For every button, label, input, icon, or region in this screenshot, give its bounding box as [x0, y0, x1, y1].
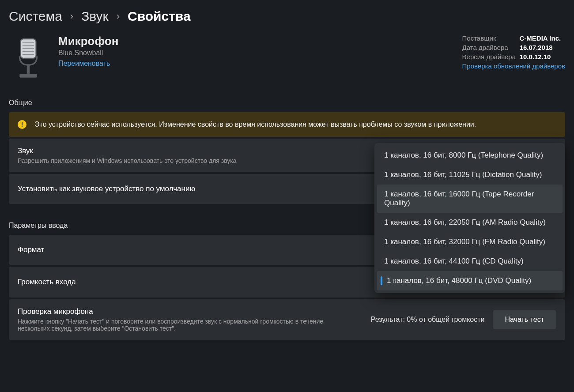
warning-text: Это устройство сейчас используется. Изме…: [34, 121, 476, 128]
mic-test-result: Результат: 0% от общей громкости: [371, 316, 485, 324]
breadcrumb-properties: Свойства: [128, 9, 191, 24]
driver-version-label: Версия драйвера: [462, 53, 520, 60]
warning-banner: ! Это устройство сейчас используется. Из…: [9, 112, 565, 137]
driver-provider-label: Поставщик: [462, 34, 520, 42]
device-subtitle: Blue Snowball: [58, 49, 118, 57]
svg-rect-6: [27, 65, 30, 74]
sound-card-title: Звук: [18, 147, 237, 155]
device-icon: [9, 34, 48, 83]
input-volume-title: Громкость входа: [18, 278, 76, 286]
format-option[interactable]: 1 каналов, 16 бит, 32000 Гц (FM Radio Qu…: [377, 232, 563, 252]
breadcrumb: Система › Звук › Свойства: [9, 9, 565, 24]
sound-card-desc: Разрешить приложениям и Windows использо…: [18, 157, 237, 164]
format-dropdown[interactable]: 1 каналов, 16 бит, 8000 Гц (Telephone Qu…: [374, 143, 565, 293]
driver-version-value: 10.0.12.10: [520, 53, 551, 60]
svg-rect-7: [19, 74, 37, 78]
breadcrumb-sound[interactable]: Звук: [81, 9, 109, 24]
rename-link[interactable]: Переименовать: [58, 60, 118, 68]
warning-icon: !: [18, 120, 26, 129]
format-option[interactable]: 1 каналов, 16 бит, 44100 Гц (CD Quality): [377, 252, 563, 271]
check-driver-updates-link[interactable]: Проверка обновлений драйверов: [462, 62, 565, 70]
mic-test-desc: Нажмите кнопку "Начать тест" и поговорит…: [18, 318, 336, 332]
chevron-right-icon: ›: [117, 11, 120, 22]
driver-date-value: 16.07.2018: [520, 44, 553, 51]
driver-provider-value: C-MEDIA Inc.: [520, 34, 561, 42]
driver-date-label: Дата драйвера: [462, 44, 520, 51]
mic-test-title: Проверка микрофона: [18, 307, 336, 316]
default-device-title: Установить как звуковое устройство по ум…: [18, 185, 195, 193]
format-option[interactable]: 1 каналов, 16 бит, 8000 Гц (Telephone Qu…: [377, 146, 563, 165]
chevron-right-icon: ›: [70, 11, 73, 22]
start-test-button[interactable]: Начать тест: [493, 310, 556, 329]
driver-info: Поставщик C-MEDIA Inc. Дата драйвера 16.…: [462, 34, 565, 70]
section-general-title: Общие: [9, 99, 565, 107]
breadcrumb-system[interactable]: Система: [9, 9, 62, 24]
format-option[interactable]: 1 каналов, 16 бит, 16000 Гц (Tape Record…: [377, 185, 563, 213]
device-title: Микрофон: [58, 34, 118, 48]
format-option[interactable]: 1 каналов, 16 бит, 22050 Гц (AM Radio Qu…: [377, 213, 563, 232]
format-card-title: Формат: [18, 245, 44, 254]
format-option[interactable]: 1 каналов, 16 бит, 11025 Гц (Dictation Q…: [377, 165, 563, 185]
format-option[interactable]: 1 каналов, 16 бит, 48000 Гц (DVD Quality…: [377, 271, 563, 290]
mic-test-card: Проверка микрофона Нажмите кнопку "Начат…: [9, 299, 565, 340]
